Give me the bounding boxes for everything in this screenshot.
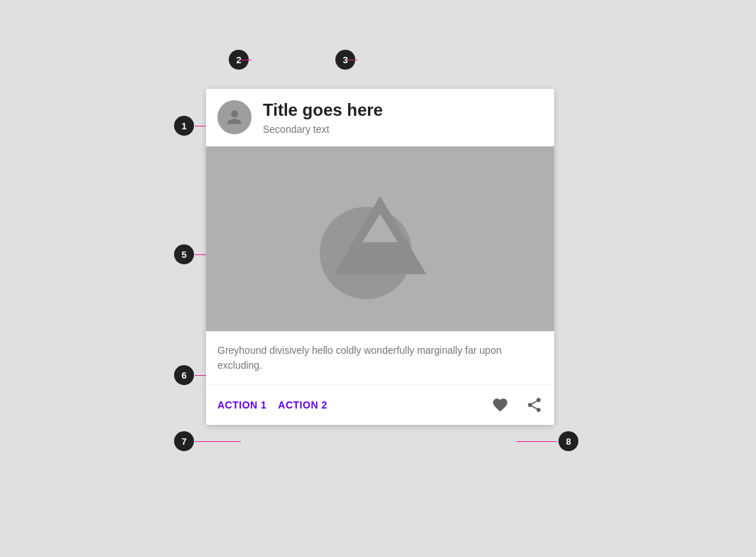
card-subtitle: Secondary text xyxy=(263,124,383,135)
annotation-badge-3: 3 xyxy=(335,50,355,70)
annotation-badge-5: 5 xyxy=(174,244,194,264)
annotation-badge-7: 7 xyxy=(174,431,194,451)
icon-actions xyxy=(486,391,549,419)
annotation-badge-6: 6 xyxy=(174,365,194,385)
card-body-text: Greyhound divisively hello coldly wonder… xyxy=(217,343,543,373)
share-button[interactable] xyxy=(520,391,549,419)
annotation-badge-1: 1 xyxy=(174,116,194,136)
card-actions: ACTION 1 ACTION 2 xyxy=(206,384,554,425)
annotation-line-8 xyxy=(517,441,557,442)
avatar xyxy=(217,100,252,134)
heart-icon xyxy=(492,396,509,413)
favorite-button[interactable] xyxy=(486,391,514,419)
avatar-icon xyxy=(226,109,243,126)
card-media xyxy=(206,146,554,331)
annotation-badge-8: 8 xyxy=(558,431,578,451)
action2-button[interactable]: ACTION 2 xyxy=(272,394,333,416)
header-text: Title goes here Secondary text xyxy=(263,100,383,135)
media-placeholder-image xyxy=(302,175,458,303)
annotation-badge-2: 2 xyxy=(229,50,249,70)
material-card: Title goes here Secondary text Greyhound… xyxy=(206,89,554,425)
action1-button[interactable]: ACTION 1 xyxy=(212,394,272,416)
card-title: Title goes here xyxy=(263,100,383,121)
share-icon xyxy=(526,396,543,413)
annotation-line-7 xyxy=(195,441,241,442)
card-content: Greyhound divisively hello coldly wonder… xyxy=(206,331,554,384)
card-header: Title goes here Secondary text xyxy=(206,89,554,146)
